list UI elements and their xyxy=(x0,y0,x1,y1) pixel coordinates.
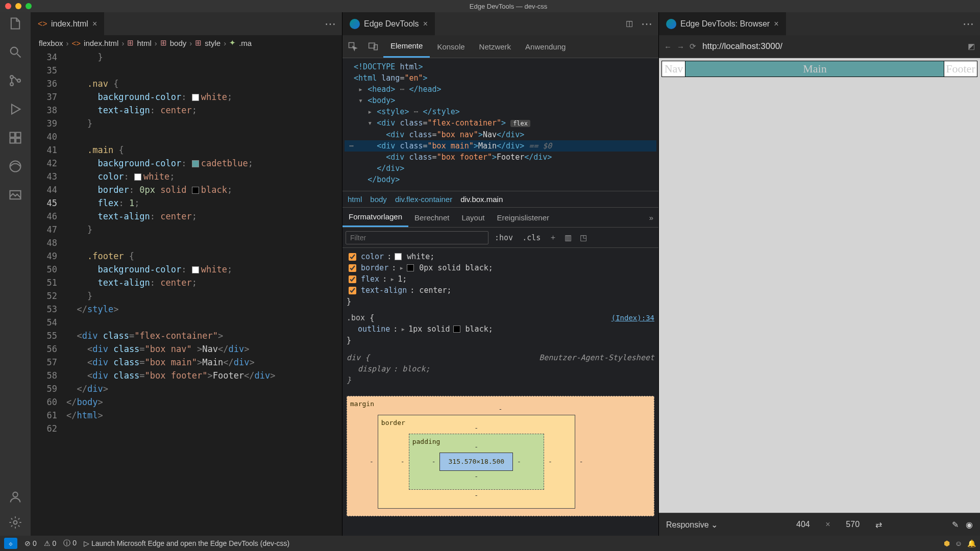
rotate-icon[interactable]: ⇄ xyxy=(875,520,882,530)
source-control-icon[interactable] xyxy=(8,73,22,88)
inspect-icon[interactable]: ◩ xyxy=(968,42,975,51)
css-declaration[interactable]: flex: ▸ 1; xyxy=(347,273,654,285)
editor-line[interactable]: 53 </style> xyxy=(31,303,342,316)
css-declaration[interactable]: border: ▸ 0px solid black; xyxy=(347,262,654,273)
search-icon[interactable] xyxy=(8,45,22,59)
editor-line[interactable]: 51 text-align: center; xyxy=(31,276,342,289)
feedback-icon[interactable]: ☺ xyxy=(955,539,962,547)
extensions-icon[interactable] xyxy=(8,131,22,145)
traffic-light-minimize-icon[interactable] xyxy=(15,3,21,9)
editor-line[interactable]: 56 <div class="box nav" >Nav</div> xyxy=(31,342,342,356)
notifications-icon[interactable]: 🔔 xyxy=(967,539,976,547)
computed-panel-icon[interactable]: ◳ xyxy=(577,232,590,244)
new-style-rule-icon[interactable]: ＋ xyxy=(547,232,559,244)
status-cell-icon[interactable]: ⬢ xyxy=(944,539,950,547)
devtools-panel-tab[interactable]: Elemente xyxy=(383,35,430,58)
styles-filter-input[interactable] xyxy=(346,231,488,244)
launch-hint[interactable]: ▷ Launch Microsoft Edge and open the Edg… xyxy=(84,539,289,547)
gallery-icon[interactable] xyxy=(8,188,22,202)
status-info[interactable]: ⓘ 0 xyxy=(63,539,77,548)
traffic-light-zoom-icon[interactable] xyxy=(26,3,32,9)
gear-icon[interactable] xyxy=(8,515,22,530)
eye-icon[interactable]: ◉ xyxy=(966,520,973,530)
devtools-panel-tab[interactable]: Konsole xyxy=(430,35,472,58)
dom-crumb-item[interactable]: div.flex-container xyxy=(395,195,452,204)
close-tab-icon[interactable]: × xyxy=(423,19,428,29)
screencast-icon[interactable]: ✎ xyxy=(952,520,959,530)
close-tab-icon[interactable]: × xyxy=(92,19,97,29)
devtools-panel-tab[interactable]: Anwendung xyxy=(518,35,573,58)
remote-edge-badge[interactable]: ⟐ xyxy=(4,538,17,549)
decl-toggle[interactable] xyxy=(349,276,356,283)
editor-tab-index-html[interactable]: <> index.html × xyxy=(31,12,104,35)
editor-line[interactable]: 54 xyxy=(31,316,342,329)
nav-back-icon[interactable]: ← xyxy=(664,42,672,51)
split-editor-icon[interactable]: ◫ xyxy=(626,19,636,29)
editor-line[interactable]: 57 <div class="box main">Main</div> xyxy=(31,356,342,369)
decl-toggle[interactable] xyxy=(349,287,356,294)
rule-source-link[interactable]: (Index):34 xyxy=(611,312,654,323)
editor-line[interactable]: 35 xyxy=(31,64,342,77)
run-debug-icon[interactable] xyxy=(8,102,22,116)
editor-line[interactable]: 45 flex: 1; xyxy=(31,196,342,210)
editor-line[interactable]: 44 border: 0px solid black; xyxy=(31,183,342,196)
dom-crumb-item[interactable]: div.box.main xyxy=(460,195,503,204)
breadcrumb-item[interactable]: index.html xyxy=(84,39,118,47)
editor-line[interactable]: 48 xyxy=(31,236,342,249)
dom-breadcrumb[interactable]: html body div.flex-container div.box.mai… xyxy=(342,191,658,207)
editor-line[interactable]: 36 .nav { xyxy=(31,77,342,90)
devtools-tab[interactable]: Edge DevTools × xyxy=(342,12,435,35)
browser-tab[interactable]: Edge DevTools: Browser × xyxy=(659,12,786,35)
css-declaration[interactable]: color: white; xyxy=(347,251,654,262)
styles-subtab[interactable]: Ereignislistener xyxy=(491,208,555,227)
breadcrumb-item[interactable]: style xyxy=(205,39,220,47)
editor-line[interactable]: 59 </div> xyxy=(31,382,342,395)
inspect-element-icon[interactable] xyxy=(342,41,363,52)
code-editor[interactable]: 34 }3536 .nav {37 background-color: whit… xyxy=(31,51,342,536)
styles-subtab[interactable]: Formatvorlagen xyxy=(342,208,408,227)
cls-toggle[interactable]: .cls xyxy=(519,233,544,242)
editor-line[interactable]: 62 xyxy=(31,422,342,435)
breadcrumb[interactable]: flexbox› <>index.html› ⊞html› ⊞body› ⊞st… xyxy=(31,35,342,51)
dom-crumb-item[interactable]: body xyxy=(370,195,387,204)
editor-line[interactable]: 61</html> xyxy=(31,409,342,422)
editor-line[interactable]: 41 .main { xyxy=(31,143,342,157)
status-errors[interactable]: ⊘ 0 xyxy=(24,539,37,547)
editor-line[interactable]: 47 } xyxy=(31,223,342,236)
editor-line[interactable]: 40 xyxy=(31,130,342,143)
styles-subtab[interactable]: Berechnet xyxy=(408,208,455,227)
editor-line[interactable]: 38 text-align: center; xyxy=(31,104,342,117)
browser-viewport[interactable]: Nav Main Footer xyxy=(659,58,980,513)
dom-crumb-item[interactable]: html xyxy=(348,195,362,204)
breadcrumb-item[interactable]: body xyxy=(170,39,187,47)
decl-toggle[interactable] xyxy=(349,253,356,261)
box-model-diagram[interactable]: margin - - border - - padding - - 315.57… xyxy=(347,396,654,516)
editor-line[interactable]: 55 <div class="flex-container"> xyxy=(31,329,342,342)
editor-line[interactable]: 49 .footer { xyxy=(31,249,342,263)
styles-subtab[interactable]: Layout xyxy=(455,208,491,227)
devtools-more-icon[interactable]: ⋯ xyxy=(641,17,658,31)
editor-line[interactable]: 43 color: white; xyxy=(31,170,342,183)
css-declaration[interactable]: text-align: center; xyxy=(347,285,654,296)
editor-line[interactable]: 37 background-color: white; xyxy=(31,90,342,104)
device-select[interactable]: Responsive ⌄ xyxy=(666,520,718,530)
breadcrumb-item[interactable]: flexbox xyxy=(39,39,63,47)
editor-more-icon[interactable]: ⋯ xyxy=(325,17,342,31)
decl-toggle[interactable] xyxy=(349,264,356,272)
nav-forward-icon[interactable]: → xyxy=(677,42,684,51)
device-width-input[interactable] xyxy=(788,519,818,530)
hov-toggle[interactable]: :hov xyxy=(492,233,516,242)
flex-badge[interactable]: flex xyxy=(510,120,530,127)
editor-line[interactable]: 52 } xyxy=(31,289,342,303)
reload-icon[interactable]: ⟳ xyxy=(690,42,696,51)
account-icon[interactable] xyxy=(8,490,22,504)
breadcrumb-item[interactable]: html xyxy=(137,39,151,47)
edge-tools-icon[interactable] xyxy=(8,159,22,173)
breadcrumb-item[interactable]: .ma xyxy=(239,39,252,47)
close-tab-icon[interactable]: × xyxy=(774,19,778,29)
url-input[interactable] xyxy=(701,41,963,52)
editor-line[interactable]: 39 } xyxy=(31,117,342,130)
editor-line[interactable]: 58 <div class="box footer">Footer</div> xyxy=(31,369,342,382)
editor-line[interactable]: 34 } xyxy=(31,51,342,64)
device-frames-icon[interactable]: ▥ xyxy=(562,232,574,244)
